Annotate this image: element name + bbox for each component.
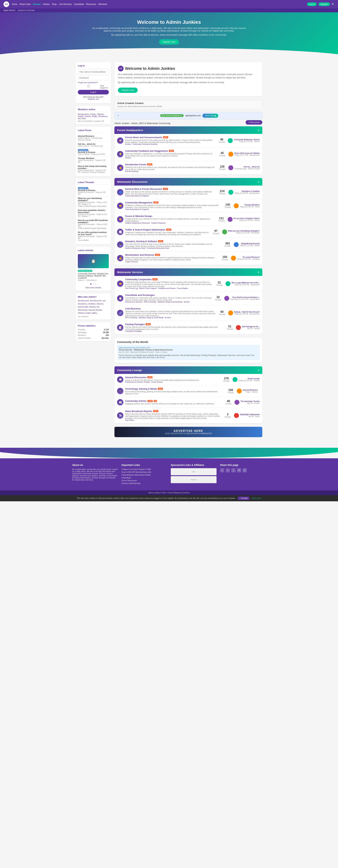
subnav-new-posts[interactable]: NEW POSTS <box>3 9 15 11</box>
footer-link[interactable]: How to Sell WP Memberships with... <box>122 471 167 473</box>
post-link[interactable]: Internet Browsers <box>78 135 94 137</box>
collapse-icon[interactable]: ∧ <box>258 271 260 274</box>
webmaster-disc-header[interactable]: Webmaster Discussions ∧ <box>114 178 262 186</box>
site-logo[interactable]: AJ <box>3 1 9 7</box>
footer-link[interactable]: 6 Big Mistakes Webmasters Make <box>122 474 167 476</box>
member-strawberry[interactable]: Strawberry <box>98 115 107 117</box>
thread-link[interactable]: How do you build SEO backlinks nowadays? <box>78 219 108 223</box>
footer-link[interactable]: 5 Ways to Increase Organic Traffic <box>122 468 167 470</box>
last-post-user: Younger Members <box>240 204 260 206</box>
online-member[interactable]: Strawberry <box>78 303 87 305</box>
register-link[interactable]: Register now <box>78 98 109 100</box>
welcome-title: AJ Welcome to Admin Junkies <box>118 66 259 71</box>
nav-classifieds[interactable]: Classifieds <box>74 3 84 5</box>
nav-whats-new[interactable]: What's New <box>20 3 31 5</box>
online-member[interactable]: Aerodynamic <box>78 300 89 302</box>
community-lounge-header[interactable]: Community Lounge ∧ <box>114 366 262 374</box>
online-member[interactable]: put <box>103 300 105 302</box>
remember-checkbox[interactable] <box>78 85 99 87</box>
advertise-banner[interactable]: ADVERTISE HERE CLICK THIS BUTTON TO DISC… <box>114 427 262 437</box>
thread-link[interactable]: What are your interlinking strategies? <box>78 197 102 202</box>
forum-name[interactable]: Domains, Hosting & Software <box>125 240 157 243</box>
footer-link[interactable]: Forum Resources <box>122 479 167 482</box>
forum-name[interactable]: Monetization and Revenue <box>125 254 154 256</box>
search-icon[interactable]: 🔍 <box>332 3 335 6</box>
forum-hq-header[interactable]: Forum Headquarters ∧ <box>114 126 262 134</box>
online-member[interactable]: Qgthe <box>92 312 97 314</box>
post-link[interactable]: Ask me... about me <box>78 143 95 145</box>
online-member[interactable]: Boksdy <box>89 306 95 308</box>
table-row: 🤝 Community Management NEW Problems in h… <box>114 199 262 213</box>
member-lidsoke[interactable]: Lidsoke <box>84 115 91 117</box>
view-more-articles-link[interactable]: View more articles <box>78 286 109 289</box>
forum-icon: 🤝 <box>117 281 124 287</box>
link-icon[interactable]: 🔗 <box>243 468 247 472</box>
forum-name[interactable]: Classifieds and Exchanges <box>125 294 155 297</box>
login-nav-button[interactable]: Log In <box>307 2 317 6</box>
new-badge: NEW <box>147 376 153 378</box>
forum-name[interactable]: Technology, Gaming & Media <box>125 388 157 390</box>
forum-name[interactable]: General Discussion <box>125 376 146 379</box>
forum-name[interactable]: Link Directory <box>125 307 140 310</box>
online-member[interactable]: Aboram <box>97 303 103 305</box>
threads-label: Threads <box>78 329 93 331</box>
footer-link[interactable]: Classifieds <box>122 477 167 479</box>
forum-name[interactable]: News Broadcast Reports <box>125 410 152 412</box>
thread-link[interactable]: Do you offer posting incentives on your … <box>78 231 107 236</box>
member-karatu[interactable]: Karatu <box>90 113 96 115</box>
webmaster-services-section: Webmaster Services ∧ 🤝 Community Coopera… <box>114 268 262 334</box>
nav-home[interactable]: Home <box>12 3 18 5</box>
youtube-icon[interactable]: y <box>231 468 236 472</box>
close-icon[interactable]: ✕ <box>117 114 119 117</box>
login-button[interactable]: Log In <box>78 90 109 94</box>
community-month-url[interactable]: https://forumservice.forumotion.com/ <box>119 347 258 349</box>
post-link[interactable]: Younger Members <box>78 157 95 159</box>
member-mze[interactable]: Mz[E] <box>92 115 97 117</box>
forum-name[interactable]: General Web & Forum Discussion <box>125 188 162 190</box>
facebook-icon[interactable]: f <box>220 468 224 472</box>
nav-articles[interactable]: Articles <box>43 3 49 5</box>
member-hio[interactable]: Hio <box>78 117 81 120</box>
nav-shop[interactable]: Shop <box>52 3 57 5</box>
forgot-password-link[interactable]: Forgot your password? <box>78 82 109 84</box>
online-member[interactable]: Goldskin <box>88 303 96 305</box>
member-aerodynamic[interactable]: Aerodynamic <box>78 113 89 115</box>
thread-link[interactable]: How many backlinks should a forum have? <box>78 209 105 213</box>
online-member[interactable]: popcorntails <box>78 306 88 308</box>
hero-register-button[interactable]: Register Now <box>159 39 179 44</box>
password-input[interactable] <box>78 75 109 80</box>
forum-name[interactable]: Posting Packages <box>125 323 145 326</box>
forum-name[interactable]: Traffic & Search Engine Optimization <box>125 228 165 231</box>
nav-resources[interactable]: Resources <box>86 3 96 5</box>
register-nav-button[interactable]: Register <box>318 2 330 6</box>
post-link[interactable]: How to find cheap web hosting providers <box>78 165 106 169</box>
nav-link-directory[interactable]: Link Directory <box>59 3 72 5</box>
online-member[interactable]: AeroDynamic <box>90 300 102 302</box>
nav-forums[interactable]: Forums <box>33 3 41 5</box>
welcome-register-button[interactable]: Register Now <box>118 88 138 93</box>
cookie-accept-button[interactable]: ✓ Accept <box>237 497 249 500</box>
member-haul[interactable]: Haul <box>82 117 86 120</box>
footer-link[interactable]: Premium Membership <box>122 482 167 485</box>
email-icon[interactable]: ✉ <box>237 468 241 472</box>
cookie-learn-more-link[interactable]: Learn more <box>251 497 261 499</box>
remember-me-label[interactable]: Stay logged in <box>78 85 109 89</box>
username-input[interactable] <box>78 69 109 74</box>
webmaster-services-header[interactable]: Webmaster Services ∧ <box>114 268 262 276</box>
post-link[interactable]: Security & Piracies <box>78 151 95 153</box>
online-member[interactable]: Oblivion knight <box>78 312 91 314</box>
subnav-search-forums[interactable]: SEARCH FORUMS <box>18 9 35 11</box>
nav-members[interactable]: Members <box>98 3 107 5</box>
collapse-icon[interactable]: ∧ <box>258 128 260 132</box>
forum-name[interactable]: Forum & Website Design <box>125 215 152 217</box>
thread-link[interactable]: Security & Piracies <box>78 189 95 191</box>
list-item: Internet Browsers Latest: Feanne · 3 min… <box>78 134 109 142</box>
online-member[interactable]: Hannah Ronnie <box>89 309 102 311</box>
forum-name[interactable]: Community Cooperative <box>125 278 151 281</box>
collapse-icon[interactable]: ∧ <box>258 180 260 183</box>
twitter-icon[interactable]: t <box>226 468 230 472</box>
collapse-icon[interactable]: ∧ <box>258 368 260 372</box>
new-posts-button[interactable]: ✦ New posts <box>245 120 262 125</box>
visit-site-button[interactable]: VISIT SITE ▶ <box>202 114 218 118</box>
forum-name[interactable]: Community Management <box>125 201 153 204</box>
